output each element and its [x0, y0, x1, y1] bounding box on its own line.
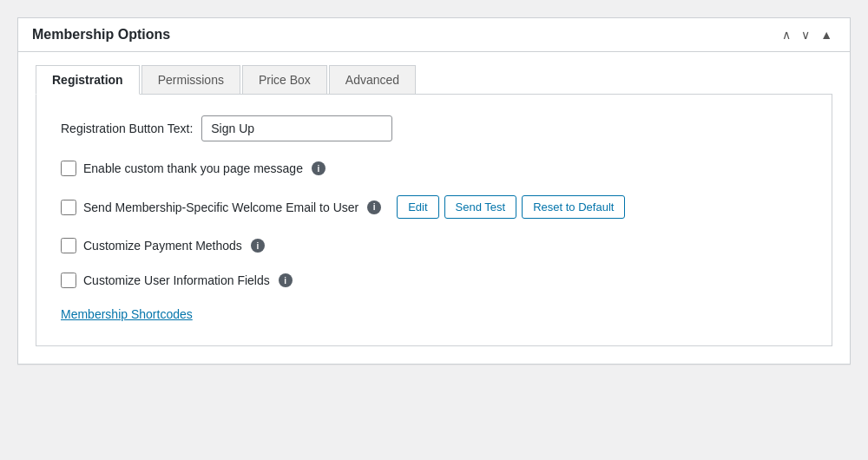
- info-icon-thank-you: i: [312, 161, 326, 175]
- user-info-fields-label: Customize User Information Fields: [83, 273, 270, 287]
- payment-methods-checkbox[interactable]: [61, 238, 76, 253]
- button-text-label: Registration Button Text:: [61, 122, 193, 135]
- button-text-input[interactable]: [201, 115, 392, 141]
- button-text-row: Registration Button Text:: [61, 115, 807, 141]
- welcome-email-row: Send Membership-Specific Welcome Email t…: [61, 195, 807, 219]
- send-test-button[interactable]: Send Test: [444, 195, 517, 219]
- user-info-fields-checkbox[interactable]: [61, 273, 76, 288]
- panel-title: Membership Options: [32, 27, 170, 43]
- tabs-row: Registration Permissions Price Box Advan…: [18, 52, 850, 94]
- payment-methods-label: Customize Payment Methods: [83, 239, 242, 253]
- reset-to-default-button[interactable]: Reset to Default: [522, 195, 625, 219]
- welcome-email-checkbox[interactable]: [61, 200, 76, 215]
- info-icon-welcome-email: i: [367, 200, 381, 214]
- custom-thank-you-row: Enable custom thank you page message i: [61, 161, 807, 176]
- tab-advanced[interactable]: Advanced: [329, 65, 416, 95]
- tab-permissions[interactable]: Permissions: [141, 65, 240, 95]
- tab-price-box[interactable]: Price Box: [242, 65, 327, 95]
- welcome-email-label: Send Membership-Specific Welcome Email t…: [83, 200, 358, 214]
- edit-button[interactable]: Edit: [397, 195, 438, 219]
- shortcodes-row: Membership Shortcodes: [61, 307, 807, 321]
- user-info-fields-row: Customize User Information Fields i: [61, 273, 807, 288]
- custom-thank-you-label: Enable custom thank you page message: [83, 161, 303, 175]
- welcome-email-buttons: Edit Send Test Reset to Default: [397, 195, 625, 219]
- tab-content-registration: Registration Button Text: Enable custom …: [36, 94, 832, 346]
- info-icon-payment-methods: i: [251, 239, 265, 253]
- panel-controls: ∧ ∨ ▲: [779, 27, 836, 43]
- panel-header: Membership Options ∧ ∨ ▲: [18, 18, 850, 52]
- collapse-button[interactable]: ▲: [817, 27, 836, 43]
- payment-methods-row: Customize Payment Methods i: [61, 238, 807, 253]
- membership-shortcodes-link[interactable]: Membership Shortcodes: [61, 307, 193, 321]
- chevron-down-button[interactable]: ∨: [798, 27, 813, 43]
- chevron-up-button[interactable]: ∧: [779, 27, 794, 43]
- membership-options-panel: Membership Options ∧ ∨ ▲ Registration Pe…: [17, 17, 851, 365]
- tab-registration[interactable]: Registration: [36, 65, 140, 95]
- custom-thank-you-checkbox[interactable]: [61, 161, 76, 176]
- info-icon-user-info-fields: i: [279, 273, 293, 287]
